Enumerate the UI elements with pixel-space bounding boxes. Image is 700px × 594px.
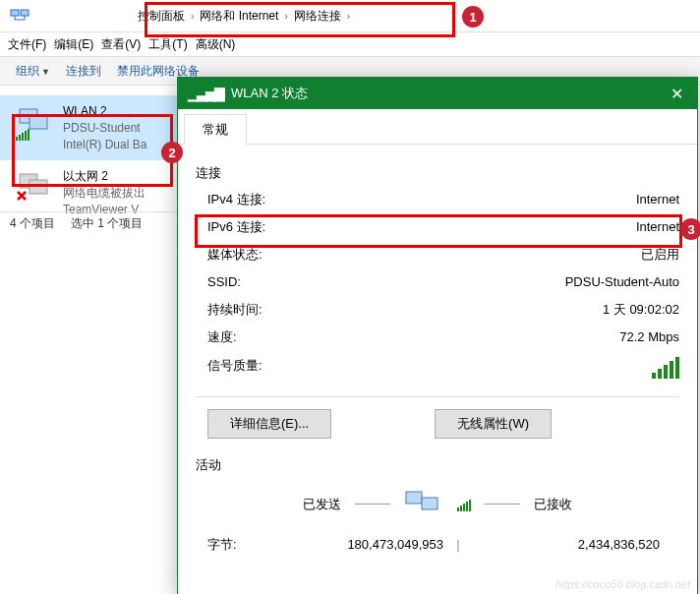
item-count: 4 个项目 — [10, 215, 55, 232]
breadcrumb-item[interactable]: 网络连接 — [294, 8, 341, 25]
section-activity: 活动 — [196, 456, 679, 474]
dialog-body: 连接 IPv4 连接:Internet IPv6 连接:Internet 媒体状… — [178, 145, 697, 567]
chevron-right-icon: › — [347, 11, 350, 22]
breadcrumb-item[interactable]: 网络和 Internet — [200, 8, 278, 25]
value-duration: 1 天 09:02:02 — [603, 299, 679, 321]
svg-rect-7 — [16, 137, 18, 141]
chevron-right-icon: › — [284, 11, 287, 22]
svg-rect-11 — [28, 129, 29, 141]
svg-rect-9 — [22, 133, 24, 141]
svg-rect-6 — [29, 115, 47, 129]
svg-rect-1 — [21, 10, 29, 16]
activity-diagram: 已发送 已接收 — [196, 488, 679, 522]
breadcrumb-item[interactable]: 控制面板 — [138, 8, 185, 25]
svg-rect-13 — [29, 180, 47, 194]
signal-icon: ▁▃▅▇ — [188, 86, 223, 101]
svg-rect-0 — [11, 10, 19, 16]
network-location-icon — [8, 4, 31, 28]
address-bar: 控制面板 › 网络和 Internet › 网络连接 › — [0, 0, 700, 32]
connection-adapter: Intel(R) Dual Ba — [63, 137, 146, 153]
breadcrumb[interactable]: 控制面板 › 网络和 Internet › 网络连接 › — [130, 4, 364, 29]
section-connection: 连接 — [196, 164, 679, 182]
organize-button[interactable]: 组织▼ — [8, 63, 58, 80]
chevron-right-icon: › — [191, 11, 194, 22]
status-bar: 4 个项目 选中 1 个项目 — [0, 211, 197, 236]
svg-rect-10 — [25, 131, 27, 141]
value-ssid: PDSU-Student-Auto — [565, 271, 679, 293]
dialog-titlebar[interactable]: ▁▃▅▇ WLAN 2 状态 ✕ — [178, 78, 697, 109]
value-speed: 72.2 Mbps — [619, 327, 679, 348]
dialog-title: WLAN 2 状态 — [231, 85, 308, 102]
signal-bars-icon — [652, 355, 679, 386]
network-monitors-icon — [404, 488, 443, 522]
details-button[interactable]: 详细信息(E)... — [207, 409, 331, 439]
wlan-status-dialog: ▁▃▅▇ WLAN 2 状态 ✕ 常规 连接 IPv4 连接:Internet … — [177, 77, 698, 594]
bytes-row: 字节: 180,473,049,953 | 2,434,836,520 — [196, 536, 679, 554]
value-ipv4: Internet — [636, 189, 679, 210]
menu-bar: 文件(F) 编辑(E) 查看(V) 工具(T) 高级(N) — [0, 32, 700, 57]
svg-rect-14 — [406, 492, 422, 504]
label-received: 已接收 — [534, 496, 572, 513]
label-signal: 信号质量: — [207, 355, 262, 386]
close-button[interactable]: ✕ — [667, 85, 687, 103]
svg-rect-8 — [19, 135, 21, 141]
tab-general[interactable]: 常规 — [184, 114, 247, 145]
ethernet-adapter-icon — [16, 168, 55, 208]
connection-subtitle: 网络电缆被拔出 — [63, 185, 146, 202]
label-duration: 持续时间: — [207, 299, 262, 321]
value-ipv6: Internet — [636, 216, 679, 238]
label-media: 媒体状态: — [207, 244, 262, 266]
label-ipv4: IPv4 连接: — [207, 189, 265, 210]
label-sent: 已发送 — [303, 496, 341, 513]
selection-count: 选中 1 个项目 — [71, 215, 143, 232]
value-bytes-sent: 180,473,049,953 — [286, 537, 443, 552]
wifi-adapter-icon — [16, 103, 55, 143]
menu-edit[interactable]: 编辑(E) — [50, 36, 97, 53]
label-ipv6: IPv6 连接: — [207, 216, 265, 238]
connection-title: 以太网 2 — [63, 168, 146, 185]
connect-to-button[interactable]: 连接到 — [58, 63, 109, 80]
value-bytes-recv: 2,434,836,520 — [473, 537, 660, 552]
label-bytes: 字节: — [207, 536, 286, 554]
menu-advanced[interactable]: 高级(N) — [192, 36, 240, 53]
label-speed: 速度: — [207, 327, 237, 348]
menu-tools[interactable]: 工具(T) — [145, 36, 191, 53]
chevron-down-icon: ▼ — [41, 67, 50, 77]
tab-strip: 常规 — [178, 109, 697, 145]
menu-file[interactable]: 文件(F) — [4, 36, 50, 53]
label-ssid: SSID: — [207, 271, 241, 293]
divider — [196, 396, 679, 397]
value-media: 已启用 — [641, 244, 679, 266]
connection-subtitle: PDSU-Student — [63, 120, 146, 137]
svg-rect-15 — [422, 498, 438, 509]
menu-view[interactable]: 查看(V) — [97, 36, 145, 53]
wireless-properties-button[interactable]: 无线属性(W) — [435, 409, 552, 439]
connection-title: WLAN 2 — [63, 103, 146, 120]
signal-small-icon — [457, 498, 471, 511]
